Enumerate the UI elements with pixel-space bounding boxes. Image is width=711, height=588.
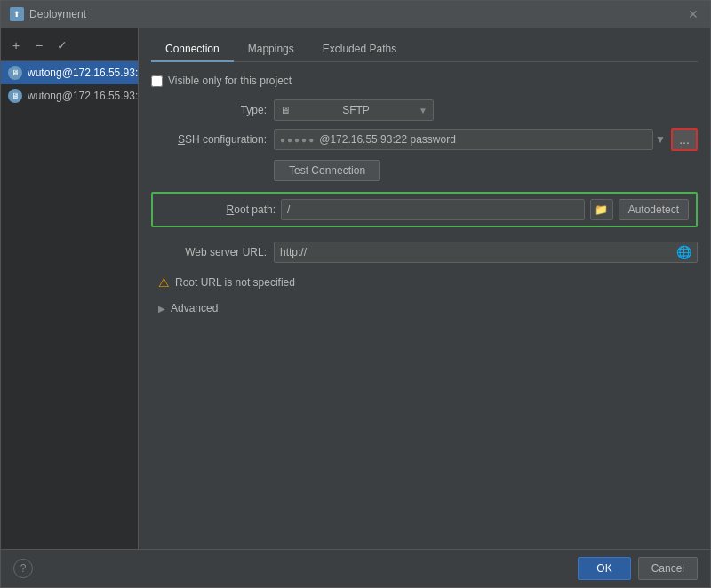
type-label: Type: <box>151 104 267 116</box>
server-icon: 🖥 <box>8 66 22 80</box>
web-url-row: Web server URL: http:// 🌐 <box>151 242 698 263</box>
add-server-button[interactable]: + <box>6 36 26 55</box>
dialog-icon: ⬆ <box>10 7 24 21</box>
dialog-footer: ? OK Cancel <box>1 549 710 587</box>
ssh-dropdown-icon: ▼ <box>655 133 666 146</box>
root-path-label-text: Root path: <box>227 203 276 216</box>
deployment-dialog: ⬆ Deployment ✕ + − ✓ 🖥 wutong@172.16.55.… <box>0 0 711 588</box>
type-select-icon: 🖥 <box>280 105 290 115</box>
sidebar-toolbar: + − ✓ <box>1 32 138 61</box>
ssh-control: ●●●●● @172.16.55.93:22 password ▼ ... <box>274 128 698 151</box>
tab-connection[interactable]: Connection <box>151 37 234 62</box>
advanced-label: Advanced <box>171 302 218 314</box>
sidebar-item-label: wutong@172.16.55.93: <box>28 67 138 79</box>
title-bar: ⬆ Deployment ✕ <box>1 1 710 28</box>
sidebar-item-server1[interactable]: 🖥 wutong@172.16.55.93: <box>1 61 138 84</box>
root-path-label: Root path: <box>160 203 276 216</box>
ssh-input[interactable]: ●●●●● @172.16.55.93:22 password <box>274 129 653 150</box>
ssh-dots: ●●●●● <box>280 135 316 145</box>
chevron-right-icon: ▶ <box>158 304 165 314</box>
warning-icon: ⚠ <box>158 275 170 290</box>
dialog-title: Deployment <box>29 8 86 20</box>
web-url-value: http:// <box>280 246 307 258</box>
main-content: Connection Mappings Excluded Paths Visib… <box>139 28 710 549</box>
type-row: Type: 🖥 SFTP ▼ <box>151 99 698 121</box>
ok-button[interactable]: OK <box>578 557 630 580</box>
tab-bar: Connection Mappings Excluded Paths <box>151 37 698 62</box>
ssh-label-text: SSH configuration: <box>178 133 267 146</box>
globe-icon: 🌐 <box>676 245 691 259</box>
warning-text: Root URL is not specified <box>175 276 295 289</box>
visible-project-label: Visible only for this project <box>168 75 292 87</box>
tab-mappings[interactable]: Mappings <box>234 37 308 62</box>
root-path-section: Root path: / 📁 Autodetect <box>151 192 698 227</box>
root-path-row: Root path: / 📁 Autodetect <box>160 199 689 220</box>
cancel-button[interactable]: Cancel <box>638 557 698 580</box>
ssh-row: SSH configuration: ●●●●● @172.16.55.93:2… <box>151 128 698 151</box>
connection-form: Visible only for this project Type: 🖥 SF… <box>151 75 698 314</box>
footer-buttons: OK Cancel <box>578 557 698 580</box>
confirm-button[interactable]: ✓ <box>52 36 72 55</box>
web-url-input[interactable]: http:// 🌐 <box>274 242 698 263</box>
type-select[interactable]: 🖥 SFTP ▼ <box>274 99 434 121</box>
folder-icon: 📁 <box>595 203 608 216</box>
dialog-body: + − ✓ 🖥 wutong@172.16.55.93: 🖥 wutong@17… <box>1 28 710 549</box>
test-connection-button[interactable]: Test Connection <box>274 160 380 181</box>
advanced-row[interactable]: ▶ Advanced <box>151 302 698 314</box>
sidebar: + − ✓ 🖥 wutong@172.16.55.93: 🖥 wutong@17… <box>1 28 139 549</box>
browse-folder-button[interactable]: 📁 <box>590 199 613 220</box>
visible-project-checkbox[interactable] <box>151 75 163 87</box>
help-button[interactable]: ? <box>13 559 33 578</box>
ssh-value: @172.16.55.93:22 password <box>319 133 456 146</box>
sidebar-item-label-2: wutong@172.16.55.93:2 <box>28 90 144 102</box>
tab-excluded-paths[interactable]: Excluded Paths <box>308 37 411 62</box>
ssh-edit-button[interactable]: ... <box>671 128 698 151</box>
type-control: 🖥 SFTP ▼ <box>274 99 698 121</box>
visible-project-row: Visible only for this project <box>151 75 698 87</box>
warning-row: ⚠ Root URL is not specified <box>151 275 698 290</box>
web-url-label: Web server URL: <box>151 246 267 258</box>
sidebar-item-server2[interactable]: 🖥 wutong@172.16.55.93:2 <box>1 84 138 107</box>
server-icon-2: 🖥 <box>8 89 22 103</box>
ssh-label: SSH configuration: <box>151 133 267 146</box>
chevron-down-icon: ▼ <box>419 106 427 115</box>
root-path-input[interactable]: / <box>281 199 585 220</box>
autodetect-button[interactable]: Autodetect <box>619 199 689 220</box>
root-path-value: / <box>287 203 290 216</box>
remove-server-button[interactable]: − <box>29 36 49 55</box>
close-button[interactable]: ✕ <box>685 6 701 22</box>
type-select-value: SFTP <box>342 104 370 116</box>
test-connection-row: Test Connection <box>151 158 698 181</box>
